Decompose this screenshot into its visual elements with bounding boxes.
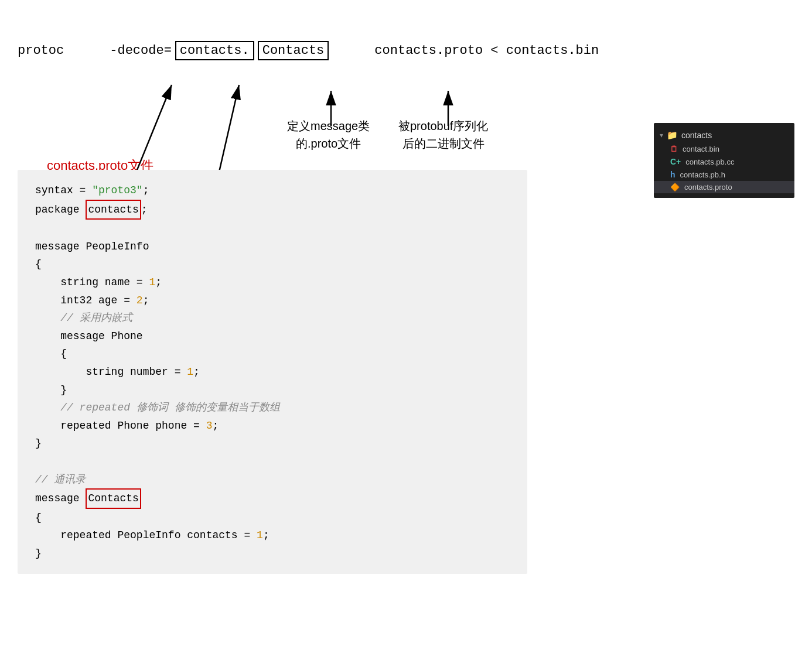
cmd-contacts-package: contacts. bbox=[175, 41, 254, 60]
command-line: protoc -decode=contacts.Contacts contact… bbox=[18, 41, 599, 60]
bin-desc: 被protobuf序列化 后的二进制文件 bbox=[398, 117, 488, 152]
f-type2: int32 age = bbox=[35, 292, 137, 310]
file-name-pbcc: contacts.pb.cc bbox=[685, 158, 734, 166]
file-name-bin: contact.bin bbox=[683, 145, 719, 153]
file-item-pbh[interactable]: h contacts.pb.h bbox=[654, 168, 794, 181]
main-container: protoc -decode=contacts.Contacts contact… bbox=[0, 0, 812, 667]
code-brace-open-1: { bbox=[35, 255, 510, 273]
code-area: syntax = "proto3"; package contacts; mes… bbox=[18, 170, 527, 574]
proto-desc-line1: 定义message类 bbox=[287, 117, 370, 135]
comment-repeated-text: // repeated 修饰词 修饰的变量相当于数组 bbox=[35, 399, 280, 417]
chevron-icon: ▾ bbox=[660, 131, 663, 139]
code-field-age: int32 age = 2; bbox=[35, 292, 510, 310]
code-repeated-phone: repeated Phone phone = 3; bbox=[35, 417, 510, 435]
pkg-semi: ; bbox=[141, 201, 148, 219]
cmd-proto-bin: contacts.proto < contacts.bin bbox=[374, 43, 599, 58]
cmd-decode bbox=[67, 43, 106, 58]
code-message-contacts: message Contacts bbox=[35, 488, 510, 509]
comment-nested-text: // 采用内嵌式 bbox=[35, 309, 132, 327]
cmd-decode-flag: -decode= bbox=[110, 43, 172, 58]
code-comment-repeated: // repeated 修饰词 修饰的变量相当于数组 bbox=[35, 399, 510, 417]
proto-icon: 🔶 bbox=[670, 183, 680, 191]
syntax-semi: ; bbox=[143, 182, 149, 200]
cmd-files bbox=[332, 43, 371, 58]
folder-icon: 📁 bbox=[667, 130, 678, 141]
bin-icon: 🗒 bbox=[670, 145, 678, 153]
pkg-name: contacts bbox=[86, 200, 141, 220]
file-name-proto: contacts.proto bbox=[684, 183, 732, 191]
syntax-kw: syntax = bbox=[35, 182, 92, 200]
code-comment-nested: // 采用内嵌式 bbox=[35, 309, 510, 327]
code-empty-1 bbox=[35, 220, 510, 238]
f-num-1: 1 bbox=[149, 273, 155, 292]
code-repeated-contacts: repeated PeopleInfo contacts = 1; bbox=[35, 526, 510, 545]
code-brace-contacts-open: { bbox=[35, 509, 510, 527]
msg-kw: message PeopleInfo bbox=[35, 238, 149, 256]
code-message-peopleinfo: message PeopleInfo bbox=[35, 238, 510, 256]
proto-desc-line2: 的.proto文件 bbox=[287, 135, 370, 152]
code-brace-phone-open: { bbox=[35, 345, 510, 363]
pkg-kw: package bbox=[35, 201, 86, 219]
folder-name: contacts bbox=[681, 131, 712, 140]
bin-desc-line2: 后的二进制文件 bbox=[398, 135, 488, 152]
cmd-protoc: protoc bbox=[18, 43, 64, 58]
file-item-pbcc[interactable]: C+ contacts.pb.cc bbox=[654, 155, 794, 168]
file-name-pbh: contacts.pb.h bbox=[680, 170, 725, 179]
bin-desc-line1: 被protobuf序列化 bbox=[398, 117, 488, 135]
syntax-val: "proto3" bbox=[92, 182, 142, 200]
code-brace-close-1: } bbox=[35, 435, 510, 453]
file-item-proto[interactable]: 🔶 contacts.proto bbox=[654, 181, 794, 193]
msg-phone-kw: message Phone bbox=[35, 327, 143, 346]
code-field-name: string name = 1; bbox=[35, 273, 510, 292]
cmd-contacts-class: Contacts bbox=[258, 41, 329, 60]
code-field-number: string number = 1; bbox=[35, 363, 510, 381]
msg-contacts-kw: message bbox=[35, 490, 86, 508]
file-item-bin[interactable]: 🗒 contact.bin bbox=[654, 143, 794, 155]
cpp-icon: C+ bbox=[670, 157, 681, 166]
h-icon: h bbox=[670, 170, 675, 179]
f-num-4: 3 bbox=[206, 417, 213, 435]
f-type: string name = bbox=[35, 273, 149, 292]
proto-desc: 定义message类 的.proto文件 bbox=[287, 117, 370, 152]
comment-addr-text: // 通讯录 bbox=[35, 471, 86, 489]
code-brace-phone-close: } bbox=[35, 381, 510, 399]
code-message-phone: message Phone bbox=[35, 327, 510, 346]
code-comment-addr: // 通讯录 bbox=[35, 471, 510, 489]
f-num-3: 1 bbox=[187, 363, 193, 381]
f-num-2: 2 bbox=[137, 292, 143, 310]
code-line-syntax: syntax = "proto3"; bbox=[35, 182, 510, 200]
code-empty-2 bbox=[35, 453, 510, 471]
f-num-5: 1 bbox=[257, 526, 263, 545]
code-brace-contacts-close: } bbox=[35, 545, 510, 563]
file-panel: ▾ 📁 contacts 🗒 contact.bin C+ contacts.p… bbox=[654, 123, 794, 198]
code-line-package: package contacts; bbox=[35, 200, 510, 220]
file-panel-title: ▾ 📁 contacts bbox=[654, 128, 794, 143]
msg-contacts-name: Contacts bbox=[86, 488, 141, 509]
